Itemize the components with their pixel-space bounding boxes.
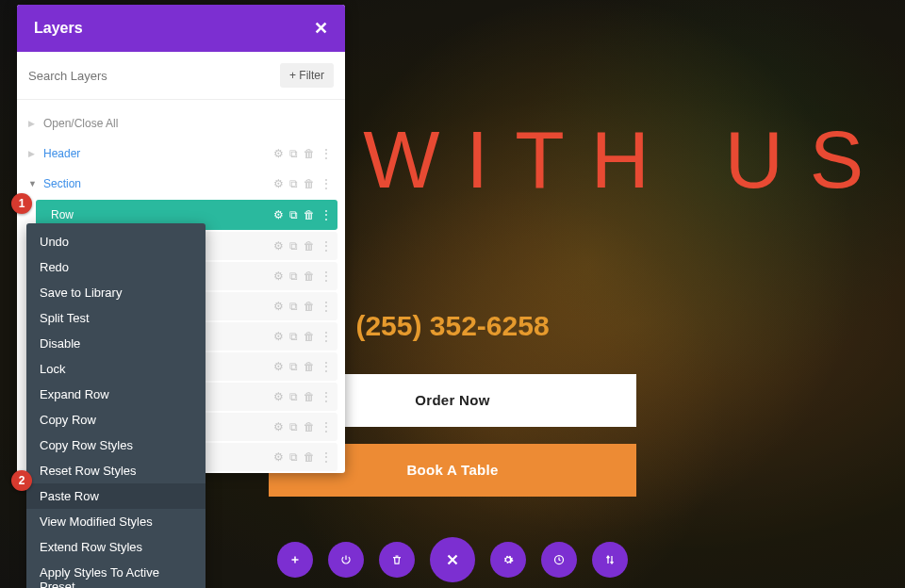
trash-icon[interactable]: 🗑 (304, 390, 315, 403)
ctx-reset-row-styles[interactable]: Reset Row Styles (26, 458, 206, 483)
duplicate-icon[interactable]: ⧉ (289, 360, 298, 373)
layer-tools: ⚙ ⧉ 🗑 ⋮ (273, 177, 332, 190)
gear-icon[interactable]: ⚙ (273, 450, 284, 464)
trash-icon[interactable]: 🗑 (304, 450, 315, 464)
gear-icon[interactable]: ⚙ (273, 147, 284, 160)
layer-tools: ⚙ ⧉ 🗑 ⋮ (273, 147, 332, 160)
trash-icon[interactable]: 🗑 (304, 208, 315, 221)
duplicate-icon[interactable]: ⧉ (289, 147, 298, 160)
chevron-down-icon: ▼ (28, 179, 43, 188)
duplicate-icon[interactable]: ⧉ (289, 330, 298, 343)
toolbar-arrows-button[interactable] (592, 542, 628, 578)
toolbar-clock-button[interactable] (541, 542, 577, 578)
toolbar-power-button[interactable] (328, 542, 364, 578)
ctx-paste-row[interactable]: Paste Row (26, 483, 206, 509)
ctx-expand-row[interactable]: Expand Row (26, 382, 206, 407)
gear-icon[interactable]: ⚙ (273, 208, 284, 221)
trash-icon[interactable]: 🗑 (304, 330, 315, 343)
dots-icon[interactable]: ⋮ (321, 450, 332, 464)
dots-icon[interactable]: ⋮ (321, 177, 332, 190)
dots-icon[interactable]: ⋮ (321, 239, 332, 253)
layer-tools: ⚙ ⧉ 🗑 ⋮ (273, 208, 332, 221)
filter-button[interactable]: + Filter (280, 63, 334, 88)
annotation-badge-1: 1 (11, 193, 32, 214)
toolbar-plus-button[interactable] (277, 542, 313, 578)
duplicate-icon[interactable]: ⧉ (289, 450, 298, 464)
context-menu: Undo Redo Save to Library Split Test Dis… (26, 223, 206, 588)
gear-icon[interactable]: ⚙ (273, 390, 284, 403)
duplicate-icon[interactable]: ⧉ (289, 390, 298, 403)
panel-header: Layers ✕ (17, 5, 345, 52)
trash-icon[interactable]: 🗑 (304, 300, 315, 313)
ctx-undo[interactable]: Undo (26, 229, 206, 254)
dots-icon[interactable]: ⋮ (321, 208, 332, 221)
gear-icon[interactable]: ⚙ (273, 300, 284, 313)
chevron-right-icon: ▶ (28, 149, 43, 158)
dots-icon[interactable]: ⋮ (321, 330, 332, 343)
ctx-copy-row-styles[interactable]: Copy Row Styles (26, 433, 206, 458)
toolbar-gear-button[interactable] (490, 542, 526, 578)
dots-icon[interactable]: ⋮ (321, 390, 332, 403)
trash-icon[interactable]: 🗑 (304, 360, 315, 373)
toolbar-trash-button[interactable] (379, 542, 415, 578)
search-row: + Filter (17, 52, 345, 100)
ctx-save-library[interactable]: Save to Library (26, 280, 206, 305)
panel-close-button[interactable]: ✕ (314, 18, 328, 39)
layer-header[interactable]: ▶ Header ⚙ ⧉ 🗑 ⋮ (25, 139, 337, 168)
ctx-disable[interactable]: Disable (26, 331, 206, 356)
ctx-split-test[interactable]: Split Test (26, 305, 206, 331)
gear-icon[interactable]: ⚙ (273, 420, 284, 433)
duplicate-icon[interactable]: ⧉ (289, 208, 298, 221)
duplicate-icon[interactable]: ⧉ (289, 177, 298, 190)
layer-section[interactable]: ▼ Section ⚙ ⧉ 🗑 ⋮ (25, 170, 337, 198)
duplicate-icon[interactable]: ⧉ (289, 300, 298, 313)
annotation-badge-2: 2 (11, 470, 32, 491)
ctx-copy-row[interactable]: Copy Row (26, 407, 206, 433)
dots-icon[interactable]: ⋮ (321, 300, 332, 313)
gear-icon[interactable]: ⚙ (273, 177, 284, 190)
bottom-toolbar (277, 537, 628, 582)
open-close-all[interactable]: ▶ Open/Close All (25, 109, 337, 138)
duplicate-icon[interactable]: ⧉ (289, 239, 298, 253)
dots-icon[interactable]: ⋮ (321, 147, 332, 160)
dots-icon[interactable]: ⋮ (321, 360, 332, 373)
ctx-extend-row-styles[interactable]: Extend Row Styles (26, 534, 206, 560)
trash-icon[interactable]: 🗑 (304, 420, 315, 433)
gear-icon[interactable]: ⚙ (273, 330, 284, 343)
search-input[interactable] (28, 63, 272, 88)
trash-icon[interactable]: 🗑 (304, 177, 315, 190)
gear-icon[interactable]: ⚙ (273, 270, 284, 283)
dots-icon[interactable]: ⋮ (321, 270, 332, 283)
duplicate-icon[interactable]: ⧉ (289, 270, 298, 283)
ctx-redo[interactable]: Redo (26, 254, 206, 280)
trash-icon[interactable]: 🗑 (304, 147, 315, 160)
ctx-lock[interactable]: Lock (26, 356, 206, 382)
panel-title: Layers (34, 20, 83, 37)
trash-icon[interactable]: 🗑 (304, 270, 315, 283)
gear-icon[interactable]: ⚙ (273, 239, 284, 253)
ctx-view-modified[interactable]: View Modified Styles (26, 509, 206, 534)
ctx-apply-preset[interactable]: Apply Styles To Active Preset (26, 560, 206, 588)
dots-icon[interactable]: ⋮ (321, 420, 332, 433)
chevron-right-icon: ▶ (28, 119, 43, 128)
gear-icon[interactable]: ⚙ (273, 360, 284, 373)
toolbar-close-button[interactable] (430, 537, 475, 582)
trash-icon[interactable]: 🗑 (304, 239, 315, 253)
duplicate-icon[interactable]: ⧉ (289, 420, 298, 433)
